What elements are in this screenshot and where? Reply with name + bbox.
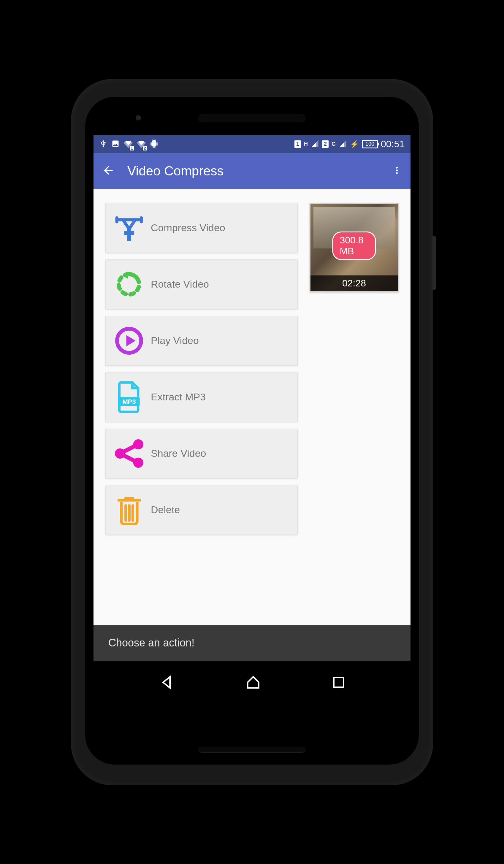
status-bar: 1 2 1 H 2 G — [94, 135, 410, 153]
sim2-badge: 2 — [322, 140, 328, 148]
action-label: Play Video — [151, 335, 199, 346]
action-label: Compress Video — [151, 222, 225, 233]
nav-bar — [94, 661, 410, 705]
overflow-menu-button[interactable] — [392, 165, 402, 177]
compress-icon — [113, 212, 145, 244]
sim2-net: G — [332, 141, 336, 147]
action-label: Rotate Video — [151, 278, 209, 290]
phone-inner: 1 2 1 H 2 G — [85, 97, 419, 765]
app-title: Video Compress — [127, 164, 392, 178]
battery-icon: 100 — [362, 140, 378, 148]
action-label: Delete — [151, 504, 180, 516]
svg-rect-8 — [334, 677, 344, 687]
action-label: Extract MP3 — [151, 391, 206, 403]
image-icon — [111, 140, 120, 149]
action-label: Share Video — [151, 447, 206, 459]
play-video-button[interactable]: Play Video — [105, 316, 298, 366]
play-icon — [113, 324, 145, 357]
wifi1-badge: 1 — [130, 146, 134, 151]
phone-speaker — [199, 114, 305, 122]
svg-text:MP3: MP3 — [122, 398, 136, 406]
sim1-net: H — [304, 141, 308, 147]
sim1-badge: 1 — [295, 140, 301, 148]
share-icon — [113, 437, 145, 470]
footer-hint-text: Choose an action! — [108, 637, 194, 649]
mp3-icon: MP3 — [113, 381, 145, 413]
content: Compress Video Rotate Video — [94, 189, 410, 601]
usb-icon — [99, 139, 107, 149]
status-right: 1 H 2 G ⚡ 100 00:51 — [295, 139, 405, 149]
thumbnail-panel: 300.8 MB 02:28 — [310, 203, 399, 587]
nav-back-button[interactable] — [158, 674, 175, 692]
rotate-video-button[interactable]: Rotate Video — [105, 260, 298, 309]
actions-list: Compress Video Rotate Video — [105, 203, 298, 587]
rotate-icon — [113, 268, 145, 301]
status-left: 1 2 — [99, 139, 158, 149]
clock: 00:51 — [381, 139, 405, 149]
signal1-icon — [311, 140, 319, 149]
app-bar: Video Compress — [94, 153, 410, 189]
delete-button[interactable]: Delete — [105, 485, 298, 535]
nav-recents-button[interactable] — [332, 675, 346, 691]
video-thumbnail[interactable]: 300.8 MB 02:28 — [310, 203, 399, 292]
duration-label: 02:28 — [311, 275, 398, 291]
phone-camera — [136, 115, 141, 120]
svg-rect-1 — [124, 231, 134, 235]
signal2-icon — [339, 140, 347, 149]
phone-bottom-speaker — [199, 747, 305, 753]
power-button — [432, 236, 436, 290]
android-debug-icon — [150, 140, 158, 149]
wifi2-icon: 2 — [137, 139, 146, 149]
trash-icon — [113, 494, 145, 526]
screen: 1 2 1 H 2 G — [94, 135, 410, 705]
share-video-button[interactable]: Share Video — [105, 429, 298, 478]
size-badge: 300.8 MB — [333, 231, 376, 260]
wifi1-icon: 1 — [124, 139, 133, 149]
back-button[interactable] — [102, 164, 115, 178]
compress-video-button[interactable]: Compress Video — [105, 203, 298, 253]
charging-icon: ⚡ — [350, 140, 359, 148]
footer-hint: Choose an action! — [94, 625, 410, 661]
wifi2-badge: 2 — [143, 146, 147, 151]
extract-mp3-button[interactable]: MP3 Extract MP3 — [105, 372, 298, 422]
phone-frame: 1 2 1 H 2 G — [71, 79, 433, 785]
nav-home-button[interactable] — [245, 674, 262, 692]
